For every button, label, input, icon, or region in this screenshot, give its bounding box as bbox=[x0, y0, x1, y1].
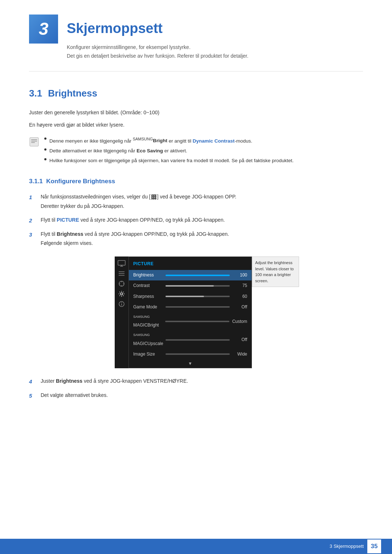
monitor-icon-bar bbox=[115, 257, 128, 368]
menu-row-sharpness: Sharpness 60 bbox=[129, 291, 252, 302]
note-text-1: Denne menyen er ikke tilgjengelig når SA… bbox=[49, 136, 252, 145]
contrast-bar bbox=[166, 285, 230, 287]
brightness-label-step4: Brightness bbox=[56, 378, 82, 384]
sharpness-bar-fill bbox=[166, 296, 204, 297]
note-line-2: Dette alternativet er ikke tilgjengelig … bbox=[44, 147, 294, 155]
contrast-bar-fill bbox=[166, 285, 214, 287]
svg-point-16 bbox=[121, 293, 123, 295]
magicbright-bar bbox=[165, 321, 229, 322]
divider bbox=[29, 71, 363, 71]
gamemode-row-label: Game Mode bbox=[133, 304, 166, 311]
monitor-menu: PICTURE Brightness 100 Contrast 75 bbox=[128, 257, 252, 368]
brightness-bar bbox=[166, 275, 230, 276]
picture-label: PICTURE bbox=[57, 217, 79, 223]
magicupscale-row-label: SAMSUNGMAGICUpscale bbox=[133, 332, 166, 347]
menu-row-gamemode: Game Mode Off bbox=[129, 302, 252, 312]
chapter-header: 3 Skjermoppsett Konfigurer skjerminnstil… bbox=[29, 15, 363, 60]
note-lines: Denne menyen er ikke tilgjengelig når SA… bbox=[44, 136, 294, 165]
step-item-4: 4 Juster Brightness ved å styre JOG-knap… bbox=[29, 377, 363, 386]
note-line-3: Hvilke funksjoner som er tilgjengelige p… bbox=[44, 157, 294, 165]
brightness-label-step3: Brightness bbox=[57, 231, 83, 237]
magicupscale-bar bbox=[166, 339, 230, 341]
sharpness-row-label: Sharpness bbox=[133, 293, 166, 300]
svg-rect-4 bbox=[118, 260, 125, 265]
contrast-row-label: Contrast bbox=[133, 282, 166, 289]
menu-row-brightness: Brightness 100 bbox=[129, 270, 252, 280]
chapter-desc2: Det gis en detaljert beskrivelse av hver… bbox=[67, 52, 248, 61]
step-text-4: Juster Brightness ved å styre JOG-knappe… bbox=[41, 377, 188, 386]
body-text-2: En høyere verdi gjør at bildet virker ly… bbox=[29, 121, 363, 130]
bullet-1 bbox=[44, 138, 46, 140]
scroll-indicator: ▼ bbox=[129, 360, 252, 368]
section-title-text: Brightness bbox=[48, 88, 97, 99]
step-text-1: Når funksjonsstastveiledningen vises, ve… bbox=[41, 193, 236, 211]
svg-rect-0 bbox=[30, 138, 38, 146]
gamemode-bar bbox=[166, 306, 230, 308]
step-number-2: 2 bbox=[29, 216, 36, 225]
eco-saving-label: Eco Saving bbox=[136, 148, 163, 153]
step-list-cont: 4 Juster Brightness ved å styre JOG-knap… bbox=[29, 377, 363, 400]
monitor-icon-gear bbox=[117, 289, 126, 299]
step-number-1: 1 bbox=[29, 193, 36, 202]
chapter-desc1: Konfigurer skjerminnstillingene, for eks… bbox=[67, 43, 248, 52]
footer-chapter-text: 3 Skjermoppsett bbox=[330, 543, 364, 550]
note-block: Denne menyen er ikke tilgjengelig når SA… bbox=[29, 136, 363, 165]
note-icon bbox=[29, 137, 39, 147]
brightness-row-label: Brightness bbox=[133, 272, 166, 279]
gamemode-row-value: Off bbox=[233, 304, 247, 311]
menu-row-magicbright: SAMSUNGMAGICBright Custom bbox=[129, 312, 252, 331]
monitor-icon-display bbox=[117, 259, 126, 268]
step-item-3: 3 Flytt til Brightness ved å styre JOG-k… bbox=[29, 230, 363, 248]
body-text-1: Juster den generelle lysstyrken til bild… bbox=[29, 108, 363, 117]
section-title: 3.1Brightness bbox=[29, 86, 363, 101]
monitor-wrapper: PICTURE Brightness 100 Contrast 75 bbox=[115, 257, 299, 368]
bullet-2 bbox=[44, 148, 46, 151]
footer-page-number: 35 bbox=[367, 539, 381, 553]
menu-row-imagesize: Image Size Wide bbox=[129, 349, 252, 360]
grid-icon bbox=[151, 194, 156, 200]
monitor-icon-info bbox=[117, 299, 126, 309]
step-text-2: Flytt til PICTURE ved å styre JOG-knappe… bbox=[41, 216, 225, 225]
chapter-title: Skjermoppsett bbox=[67, 17, 248, 40]
imagesize-row-value: Wide bbox=[233, 351, 247, 358]
dynamic-contrast-label: Dynamic Contrast bbox=[193, 138, 235, 143]
monitor-icon-lines bbox=[117, 269, 126, 278]
magicbright-row-label: SAMSUNGMAGICBright bbox=[133, 314, 165, 329]
svg-point-19 bbox=[121, 303, 122, 303]
chapter-title-block: Skjermoppsett Konfigurer skjerminnstilli… bbox=[67, 15, 248, 60]
step-text-3: Flytt til Brightness ved å styre JOG-kna… bbox=[41, 230, 229, 248]
sharpness-row-value: 60 bbox=[233, 293, 247, 300]
section-number: 3.1 bbox=[29, 88, 42, 99]
step-item-1: 1 Når funksjonsstastveiledningen vises, … bbox=[29, 193, 363, 211]
menu-row-magicupscale: SAMSUNGMAGICUpscale Off bbox=[129, 331, 252, 349]
magic-bright-label: SAMSUNGBright bbox=[133, 138, 167, 143]
menu-row-contrast: Contrast 75 bbox=[129, 280, 252, 291]
brightness-bar-fill bbox=[166, 275, 230, 276]
sharpness-bar bbox=[166, 296, 230, 297]
bullet-3 bbox=[44, 158, 46, 160]
menu-header-text: PICTURE bbox=[133, 261, 154, 266]
step-item-5: 5 Det valgte alternativet brukes. bbox=[29, 391, 363, 400]
brightness-row-value: 100 bbox=[233, 272, 247, 279]
menu-header: PICTURE bbox=[129, 257, 252, 270]
step-list: 1 Når funksjonsstastveiledningen vises, … bbox=[29, 193, 363, 248]
step-number-5: 5 bbox=[29, 391, 36, 400]
page-footer: 3 Skjermoppsett 35 bbox=[0, 539, 392, 554]
step-number-3: 3 bbox=[29, 230, 36, 239]
monitor-screenshot: PICTURE Brightness 100 Contrast 75 bbox=[51, 257, 363, 368]
magicupscale-row-value: Off bbox=[233, 336, 247, 343]
step-1-subline: Deretter trykker du på JOG-knappen. bbox=[41, 202, 236, 211]
contrast-row-value: 75 bbox=[233, 282, 247, 289]
subsection-title: 3.1.1 Konfigurere Brightness bbox=[29, 176, 363, 186]
tooltip-box: Adjust the brightness level. Values clos… bbox=[252, 257, 299, 287]
magicbright-row-value: Custom bbox=[232, 318, 247, 325]
imagesize-row-label: Image Size bbox=[133, 351, 166, 358]
step-3-subline: Følgende skjerm vises. bbox=[41, 239, 229, 248]
imagesize-bar bbox=[166, 353, 230, 355]
note-text-3: Hvilke funksjoner som er tilgjengelige p… bbox=[49, 157, 294, 165]
step-item-2: 2 Flytt til PICTURE ved å styre JOG-knap… bbox=[29, 216, 363, 225]
chapter-number-box: 3 bbox=[29, 15, 58, 44]
note-line-1: Denne menyen er ikke tilgjengelig når SA… bbox=[44, 136, 294, 145]
step-text-5: Det valgte alternativet brukes. bbox=[41, 391, 108, 400]
subsection-title-text: Konfigurere Brightness bbox=[46, 178, 115, 185]
